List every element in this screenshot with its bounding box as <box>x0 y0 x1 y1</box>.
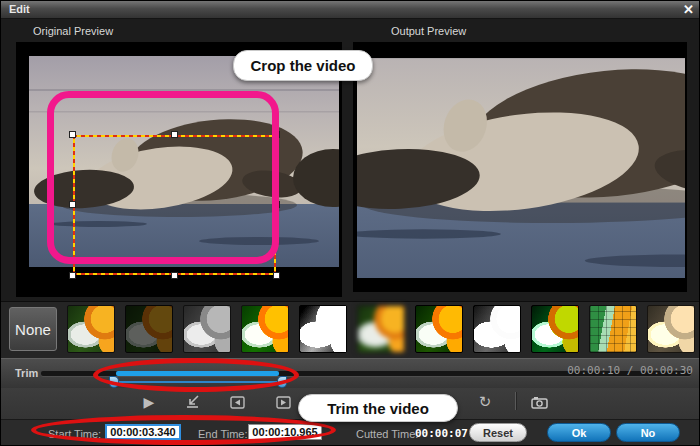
reset-button-label: Reset <box>483 427 513 439</box>
filter-thumbnail-sepia[interactable] <box>647 305 695 353</box>
ok-button[interactable]: Ok <box>547 423 611 442</box>
filter-thumbnail-sketch[interactable] <box>299 305 347 353</box>
filter-thumbnail-emboss[interactable] <box>473 305 521 353</box>
crop-callout-text: Crop the video <box>250 57 355 74</box>
output-video-frame <box>357 58 685 278</box>
title-bar: Edit ✕ <box>1 1 700 19</box>
reset-button[interactable]: Reset <box>469 423 527 442</box>
snapshot-camera-icon[interactable] <box>529 392 549 412</box>
filter-none-label: None <box>15 321 51 338</box>
filter-thumbnail-vivid[interactable] <box>241 305 289 353</box>
no-button-label: No <box>641 427 656 439</box>
previous-frame-icon[interactable] <box>227 392 247 412</box>
filter-thumbnail-grayscale[interactable] <box>183 305 231 353</box>
close-icon[interactable]: ✕ <box>683 1 694 19</box>
window-title: Edit <box>9 3 30 15</box>
playback-time-display: 00:00:10 / 00:00:30 <box>567 364 693 377</box>
crop-handle-bottom-left[interactable] <box>69 272 76 279</box>
filter-strip-thumbs <box>67 305 695 353</box>
crop-callout: Crop the video <box>233 50 373 81</box>
filter-thumbnail-dark[interactable] <box>125 305 173 353</box>
crop-highlight-annotation <box>47 91 279 264</box>
crop-handle-bottom-middle[interactable] <box>171 272 178 279</box>
play-icon[interactable]: ▶ <box>139 392 159 412</box>
cutted-time-value: 00:00:07 <box>415 427 468 440</box>
trim-callout: Trim the video <box>298 394 458 422</box>
filter-none-button[interactable]: None <box>9 307 57 351</box>
filter-thumbnail-sharp[interactable] <box>415 305 463 353</box>
crop-handle-bottom-right[interactable] <box>273 272 280 279</box>
trim-highlight-annotation <box>93 358 299 392</box>
output-preview-label: Output Preview <box>391 25 466 37</box>
filter-thumbnail-mosaic[interactable] <box>589 305 637 353</box>
filter-strip: None <box>1 301 700 358</box>
no-button[interactable]: No <box>616 423 680 442</box>
trim-label: Trim <box>15 367 38 379</box>
controls-separator <box>515 392 516 410</box>
ok-button-label: Ok <box>572 427 587 439</box>
cutted-time-label: Cutted Time: <box>356 428 418 440</box>
edit-dialog: Edit ✕ Original Preview Output Preview <box>0 0 700 446</box>
output-preview-panel <box>353 42 687 292</box>
times-highlight-annotation <box>31 415 336 445</box>
export-frame-icon[interactable] <box>183 392 203 412</box>
original-preview-label: Original Preview <box>33 25 113 37</box>
rotate-right-icon[interactable]: ↻ <box>475 392 495 412</box>
filter-thumbnail-noise[interactable] <box>531 305 579 353</box>
filter-thumbnail-blur[interactable] <box>357 305 405 353</box>
trim-callout-text: Trim the video <box>327 400 429 417</box>
filter-thumbnail-original[interactable] <box>67 305 115 353</box>
next-frame-icon[interactable] <box>273 392 293 412</box>
